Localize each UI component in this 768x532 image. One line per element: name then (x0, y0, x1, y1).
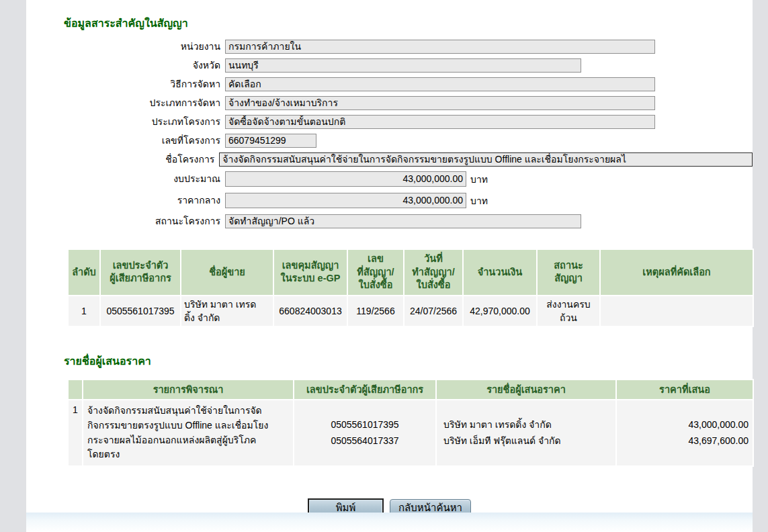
cell-amount: 42,970,000.00 (463, 296, 537, 327)
col-header-contract-number: เลข ที่สัญญา/ ใบสั่งซื้อ (347, 249, 404, 296)
contract-info-heading: ข้อมูลสาระสำคัญในสัญญา (64, 0, 753, 32)
cell-contract-status: ส่งงานครบ ถ้วน (537, 296, 600, 327)
project-type-label: ประเภทโครงการ (26, 115, 225, 129)
cell-bidder-tax-ids: 0505561017395 0505564017337 (294, 400, 436, 466)
cell-selection-reason (600, 296, 753, 327)
cell-egp-number: 660824003013 (273, 296, 347, 327)
col-header-selection-reason: เหตุผลที่คัดเลือก (600, 249, 753, 296)
contract-info-form: หน่วยงาน กรมการค้าภายใน จังหวัด นนทบุรี … (26, 40, 753, 228)
cell-contract-date: 24/07/2566 (404, 296, 463, 327)
project-number-field[interactable]: 66079451299 (225, 134, 316, 148)
contract-table-row: 1 0505561017395 บริษัท มาตา เทรด ดิ้ง จำ… (68, 296, 753, 327)
budget-unit: บาท (470, 172, 488, 187)
col-header-vendor: ชื่อผู้ขาย (181, 249, 273, 296)
bidders-table-row: 1 จ้างจัดกิจกรรมสนับสนุนค่าใช้จ่ายในการจ… (68, 400, 753, 466)
agency-label: หน่วยงาน (26, 40, 225, 54)
form-row-project-type: ประเภทโครงการ จัดซื้อจัดจ้างตามขั้นตอนปก… (26, 115, 753, 129)
form-row-budget: งบประมาณ 43,000,000.00 บาท (26, 171, 753, 187)
bidders-table: รายการพิจารณา เลขประจำตัวผู้เสียภาษีอากร… (67, 379, 754, 467)
cell-contract-number: 119/2566 (347, 296, 404, 327)
col-header-bidder-tax-id: เลขประจำตัวผู้เสียภาษีอากร (294, 380, 436, 400)
bidders-table-header-row: รายการพิจารณา เลขประจำตัวผู้เสียภาษีอากร… (68, 380, 753, 400)
project-status-field[interactable]: จัดทำสัญญา/PO แล้ว (225, 214, 581, 228)
form-row-procurement-type: ประเภทการจัดหา จ้างทำของ/จ้างเหมาบริการ (26, 96, 753, 110)
col-header-order: ลำดับ (68, 249, 100, 296)
procurement-type-field[interactable]: จ้างทำของ/จ้างเหมาบริการ (225, 96, 655, 110)
col-header-consideration-item: รายการพิจารณา (83, 380, 294, 400)
cell-offered-prices: 43,000,000.00 43,697,600.00 (616, 400, 753, 466)
reference-price-label: ราคากลาง (26, 193, 225, 208)
cell-vendor: บริษัท มาตา เทรด ดิ้ง จำกัด (181, 296, 273, 327)
reference-price-field[interactable]: 43,000,000.00 (225, 193, 466, 208)
form-row-agency: หน่วยงาน กรมการค้าภายใน (26, 40, 753, 54)
project-name-label: ชื่อโครงการ (26, 152, 219, 167)
col-header-bidder-name: รายชื่อผู้เสนอราคา (436, 380, 616, 400)
project-status-label: สถานะโครงการ (26, 214, 225, 228)
bidders-heading: รายชื่อผู้เสนอราคา (64, 353, 753, 369)
col-header-blank (68, 380, 83, 400)
page-right-margin (753, 0, 768, 532)
form-row-province: จังหวัด นนทบุรี (26, 58, 753, 73)
cell-bidder-row-number: 1 (68, 400, 83, 466)
procurement-method-label: วิธีการจัดหา (26, 77, 225, 91)
main-content: ข้อมูลสาระสำคัญในสัญญา หน่วยงาน กรมการค้… (26, 0, 753, 532)
col-header-contract-date: วันที่ ทำสัญญา/ ใบสั่งซื้อ (404, 249, 463, 296)
reference-price-unit: บาท (470, 193, 488, 208)
cell-order: 1 (68, 296, 100, 327)
budget-label: งบประมาณ (26, 172, 225, 186)
form-row-project-number: เลขที่โครงการ 66079451299 (26, 134, 753, 148)
col-header-tax-id: เลขประจำตัว ผู้เสียภาษีอากร (100, 249, 181, 296)
contract-table: ลำดับ เลขประจำตัว ผู้เสียภาษีอากร ชื่อผู… (67, 249, 754, 327)
col-header-contract-status: สถานะ สัญญา (537, 249, 600, 296)
form-row-project-status: สถานะโครงการ จัดทำสัญญา/PO แล้ว (26, 214, 753, 228)
project-number-label: เลขที่โครงการ (26, 134, 225, 148)
col-header-amount: จำนวนเงิน (463, 249, 537, 296)
province-label: จังหวัด (26, 58, 225, 73)
procurement-type-label: ประเภทการจัดหา (26, 96, 225, 110)
project-name-field[interactable]: จ้างจัดกิจกรรมสนับสนุนค่าใช้จ่ายในการจัด… (219, 152, 753, 167)
col-header-offered-price: ราคาที่เสนอ (616, 380, 753, 400)
province-field[interactable]: นนทบุรี (225, 58, 581, 73)
budget-field[interactable]: 43,000,000.00 (225, 171, 466, 187)
page-left-margin (0, 0, 26, 532)
form-row-procurement-method: วิธีการจัดหา คัดเลือก (26, 77, 753, 91)
cell-tax-id: 0505561017395 (100, 296, 181, 327)
procurement-method-field[interactable]: คัดเลือก (225, 77, 655, 91)
project-type-field[interactable]: จัดซื้อจัดจ้างตามขั้นตอนปกติ (225, 115, 655, 129)
form-row-reference-price: ราคากลาง 43,000,000.00 บาท (26, 193, 753, 208)
form-row-project-name: ชื่อโครงการ จ้างจัดกิจกรรมสนับสนุนค่าใช้… (26, 152, 753, 167)
agency-field[interactable]: กรมการค้าภายใน (225, 40, 655, 54)
footer-gradient-band (26, 513, 753, 532)
cell-consideration-item: จ้างจัดกิจกรรมสนับสนุนค่าใช้จ่ายในการจัด… (83, 400, 294, 466)
cell-bidder-names: บริษัท มาตา เทรดดิ้ง จำกัด บริษัท เอ็มที… (436, 400, 616, 466)
col-header-egp-number: เลขคุมสัญญา ในระบบ e-GP (273, 249, 347, 296)
contract-table-header-row: ลำดับ เลขประจำตัว ผู้เสียภาษีอากร ชื่อผู… (68, 249, 753, 296)
